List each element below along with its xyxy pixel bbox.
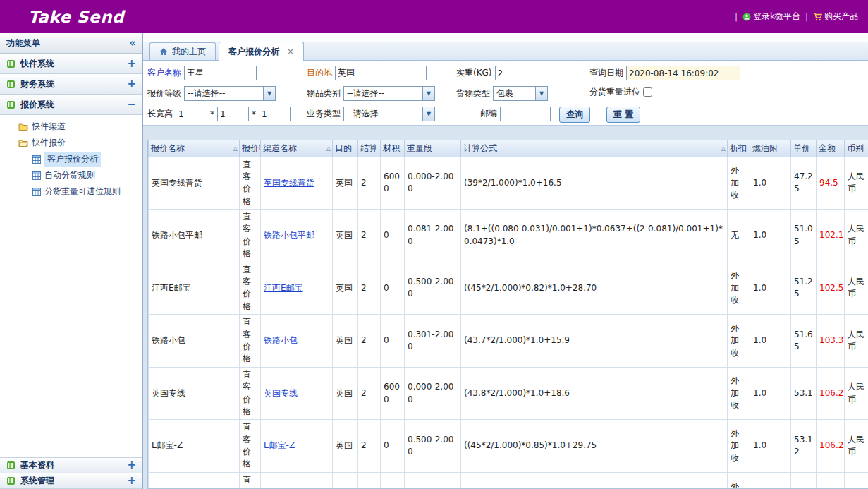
buy-product-link[interactable]: 购买产品 <box>813 11 858 23</box>
minus-icon[interactable]: − <box>127 99 136 110</box>
module-book-icon <box>6 476 16 485</box>
postcode-input[interactable] <box>500 107 551 121</box>
item-category-select[interactable]: --请选择-- ▼ <box>343 86 435 101</box>
multiply-separator: * <box>252 109 256 119</box>
table-row: 荷兰平邮小包-E直客价格荷兰平邮小包-E英国200.000-2.000(48.0… <box>149 472 868 489</box>
cart-icon <box>813 13 822 21</box>
cell-fuel: 1.0 <box>750 210 791 262</box>
login-link[interactable]: 登录k微平台 <box>742 11 800 23</box>
cell-name: E邮宝-Z <box>149 420 240 473</box>
plus-icon[interactable]: + <box>127 79 136 90</box>
goods-type-select[interactable]: 包裹 ▼ <box>493 86 548 101</box>
col-header-level[interactable]: 报价等 <box>240 140 261 157</box>
sidebar-item-express-system[interactable]: 快件系统 + <box>0 54 142 74</box>
width-input[interactable] <box>217 107 249 121</box>
tree-item-label: 快件渠道 <box>32 121 66 133</box>
collapse-sidebar-icon[interactable]: « <box>129 38 136 49</box>
query-button[interactable]: 查询 <box>559 107 590 123</box>
cell-channel: 英国专线 <box>261 367 333 420</box>
cell-unit_price: 51.65 <box>791 315 817 368</box>
col-header-fuel[interactable]: 燃油附 <box>750 140 791 157</box>
col-header-settle[interactable]: 结算 <box>358 140 381 157</box>
cell-amount: 102.1 <box>817 210 845 262</box>
col-header-amount[interactable]: 金额 <box>817 140 845 157</box>
cell-discount: 外加收 <box>728 262 750 315</box>
sort-asc-icon[interactable]: △ <box>326 145 331 152</box>
col-header-volume[interactable]: 材积 <box>381 140 405 157</box>
col-header-formula[interactable]: 计算公式△ <box>461 140 728 157</box>
weight-label: 实重(KG) <box>456 67 492 79</box>
sidebar-item-basic-data[interactable]: 基本资料 + <box>0 458 142 473</box>
plus-icon[interactable]: + <box>127 460 136 471</box>
tree-item-weight-carry-rules[interactable]: 分货重量可进位规则 <box>0 183 142 200</box>
buy-product-label: 购买产品 <box>824 11 858 23</box>
tree-item-express-quote[interactable]: 快件报价 <box>0 135 142 151</box>
sort-asc-icon[interactable]: △ <box>721 145 726 152</box>
query-date-input[interactable] <box>626 66 740 80</box>
sidebar-item-quote-system[interactable]: 报价系统 − <box>0 95 142 115</box>
col-header-unit_price[interactable]: 单价 <box>791 140 817 157</box>
reset-button[interactable]: 重 置 <box>606 107 640 123</box>
col-header-dest[interactable]: 目的 <box>333 140 358 157</box>
quote-level-select[interactable]: --请选择-- ▼ <box>184 86 276 101</box>
business-type-select[interactable]: --请选择-- ▼ <box>343 107 435 121</box>
col-header-discount[interactable]: 折扣 <box>728 140 750 157</box>
login-label: 登录k微平台 <box>753 11 800 23</box>
sidebar: 功能菜单 « 快件系统 + 财务系统 + 报价系统 − <box>0 33 143 489</box>
cell-unit_price: 53.12 <box>791 420 817 473</box>
sidebar-item-system-management[interactable]: 系统管理 + <box>0 473 142 489</box>
tab-home[interactable]: 我的主页 <box>149 42 216 60</box>
destination-input[interactable] <box>335 66 427 80</box>
section-label: 报价系统 <box>20 99 127 111</box>
sidebar-item-finance-system[interactable]: 财务系统 + <box>0 74 142 95</box>
cell-weight_range: 0.500-2.000 <box>405 420 461 473</box>
channel-link[interactable]: 英国专线 <box>264 388 298 398</box>
cell-level: 直客价格 <box>240 472 261 489</box>
cell-dest: 英国 <box>333 315 358 368</box>
channel-link[interactable]: 铁路小包 <box>264 335 298 345</box>
login-user-icon <box>742 13 751 21</box>
close-icon[interactable]: × <box>287 47 294 56</box>
query-date-label: 查询日期 <box>589 67 623 79</box>
selected-value: --请选择-- <box>344 87 422 99</box>
sidebar-title: 功能菜单 <box>6 37 40 49</box>
height-input[interactable] <box>259 107 291 121</box>
col-header-weight_range[interactable]: 重量段 <box>405 140 461 157</box>
selected-value: --请选择-- <box>185 87 263 99</box>
app-logo: Take Send <box>28 8 124 26</box>
table-row: 铁路小包直客价格铁路小包英国200.301-2.000(43.7*2/1.000… <box>149 315 868 368</box>
cell-weight_range: 0.000-2.000 <box>405 157 461 210</box>
channel-link[interactable]: 英国专线普货 <box>264 178 314 188</box>
tree-item-auto-sorting-rules[interactable]: 自动分货规则 <box>0 167 142 183</box>
cell-level: 直客价格 <box>240 315 261 368</box>
length-input[interactable] <box>176 107 207 121</box>
results-panel: 报价名称△报价等渠道名称△目的结算材积重量段计算公式△折扣燃油附单价金额币别英国… <box>147 140 868 489</box>
weight-input[interactable] <box>495 66 551 80</box>
app-header: Take Send | 登录k微平台 | 购买产品 <box>0 0 868 33</box>
cell-amount: 106.2 <box>817 367 845 420</box>
sort-asc-icon[interactable]: △ <box>233 145 238 152</box>
col-header-currency[interactable]: 币别 <box>845 140 868 157</box>
tree-item-customer-quote-analysis[interactable]: 客户报价分析 <box>0 151 142 167</box>
destination-label: 目的地 <box>307 67 332 79</box>
module-book-icon <box>6 100 16 109</box>
tree-item-label: 快件报价 <box>32 137 66 149</box>
col-header-name[interactable]: 报价名称△ <box>149 140 240 157</box>
col-header-channel[interactable]: 渠道名称△ <box>261 140 333 157</box>
plus-icon[interactable]: + <box>127 59 136 69</box>
section-label: 快件系统 <box>20 58 127 70</box>
top-strip <box>143 33 868 42</box>
grid-icon <box>32 188 41 196</box>
main-content: 我的主页 客户报价分析 × 客户名称 目的地 实重(KG) <box>143 33 868 489</box>
customer-name-input[interactable] <box>184 66 257 80</box>
weight-carry-checkbox[interactable] <box>643 87 652 97</box>
channel-link[interactable]: 铁路小包平邮 <box>264 230 314 240</box>
tree-item-express-channel[interactable]: 快件渠道 <box>0 119 142 135</box>
cell-dest: 英国 <box>333 367 358 420</box>
tab-customer-quote-analysis[interactable]: 客户报价分析 × <box>219 42 304 61</box>
channel-link[interactable]: 江西E邮宝 <box>264 283 303 293</box>
cell-formula: (8.1+((0.080-0.031)/0.001+1)*0.0637+((2-… <box>461 210 728 262</box>
plus-icon[interactable]: + <box>127 476 136 486</box>
cell-fuel: 1.0 <box>750 157 791 210</box>
channel-link[interactable]: E邮宝-Z <box>264 440 295 450</box>
